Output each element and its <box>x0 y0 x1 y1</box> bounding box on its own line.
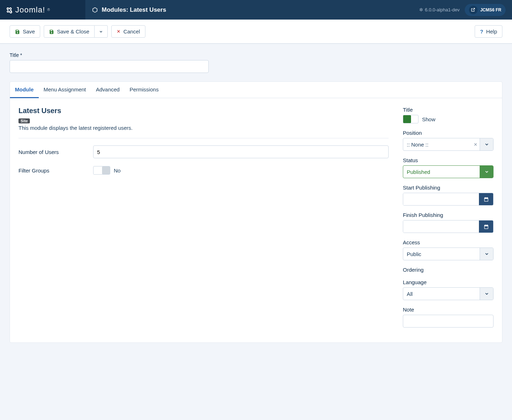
toolbar: Save Save & Close ✕ Cancel ? Help <box>0 20 512 44</box>
version-text: 6.0.0-alpha1-dev <box>425 7 460 12</box>
toggle-knob <box>403 115 411 123</box>
cancel-label: Cancel <box>123 28 140 34</box>
external-link-icon <box>469 6 478 14</box>
module-description: This module displays the latest register… <box>18 125 389 131</box>
position-label: Position <box>403 130 494 136</box>
joomla-small-icon: ✲ <box>419 7 423 12</box>
field-show-title: Title Show <box>403 107 494 123</box>
field-status: Status Published <box>403 157 494 178</box>
tabs-container: Module Menu Assignment Advanced Permissi… <box>10 81 502 343</box>
calendar-icon[interactable] <box>479 193 493 205</box>
field-number-users: Number of Users <box>18 145 389 158</box>
save-icon <box>49 29 54 34</box>
filter-groups-label: Filter Groups <box>18 168 93 174</box>
num-users-label: Number of Users <box>18 149 93 155</box>
tab-module[interactable]: Module <box>10 82 39 98</box>
separator <box>18 138 389 138</box>
main-column: Latest Users Site This module displays t… <box>18 107 389 334</box>
show-title-label: Title <box>403 107 494 113</box>
header: Joomla!® Modules: Latest Users ✲ 6.0.0-a… <box>0 0 512 20</box>
note-label: Note <box>403 307 494 313</box>
filter-groups-state: No <box>114 168 121 174</box>
note-input[interactable] <box>403 315 494 328</box>
save-close-label: Save & Close <box>57 28 89 34</box>
start-pub-input[interactable] <box>403 193 479 205</box>
save-close-group: Save & Close <box>44 25 108 38</box>
side-column: Title Show Position :: None :: ✕ <box>403 107 494 334</box>
chevron-down-icon[interactable] <box>480 138 493 150</box>
chevron-down-icon[interactable] <box>480 166 493 178</box>
field-ordering: Ordering <box>403 267 494 273</box>
user-menu[interactable]: JCMS6 FR <box>465 4 506 16</box>
section-title: Latest Users <box>18 107 389 115</box>
tabs-nav: Module Menu Assignment Advanced Permissi… <box>10 82 502 98</box>
brand-area: Joomla!® <box>0 0 85 20</box>
clear-icon[interactable]: ✕ <box>471 138 480 150</box>
language-value: All <box>403 288 480 300</box>
title-label: Title * <box>10 52 502 58</box>
tab-advanced[interactable]: Advanced <box>91 82 125 98</box>
field-filter-groups: Filter Groups No <box>18 166 389 175</box>
language-label: Language <box>403 279 494 285</box>
chevron-down-icon <box>99 30 103 34</box>
cancel-button[interactable]: ✕ Cancel <box>111 25 145 38</box>
num-users-input[interactable] <box>93 145 389 158</box>
user-name: JCMS6 FR <box>480 7 501 12</box>
tab-permissions[interactable]: Permissions <box>124 82 164 98</box>
save-label: Save <box>23 28 35 34</box>
tab-menu-assignment[interactable]: Menu Assignment <box>39 82 91 98</box>
filter-groups-toggle[interactable] <box>93 166 110 175</box>
brand-text: Joomla! <box>15 5 45 15</box>
cube-icon <box>92 7 98 13</box>
ordering-label: Ordering <box>403 267 494 273</box>
finish-pub-label: Finish Publishing <box>403 212 494 218</box>
access-value: Public <box>403 248 480 260</box>
save-icon <box>15 29 20 34</box>
language-select[interactable]: All <box>403 287 494 300</box>
version-info[interactable]: ✲ 6.0.0-alpha1-dev <box>419 7 460 12</box>
help-label: Help <box>486 28 497 34</box>
start-pub-label: Start Publishing <box>403 185 494 191</box>
chevron-down-icon[interactable] <box>480 288 493 300</box>
page-title: Modules: Latest Users <box>85 6 166 14</box>
save-close-button[interactable]: Save & Close <box>44 25 95 38</box>
toggle-knob <box>102 166 110 174</box>
help-button[interactable]: ? Help <box>475 25 502 38</box>
position-select[interactable]: :: None :: ✕ <box>403 138 494 151</box>
show-title-state: Show <box>422 116 436 122</box>
header-right: ✲ 6.0.0-alpha1-dev JCMS6 FR <box>419 4 512 16</box>
save-close-dropdown[interactable] <box>95 25 108 38</box>
field-start-publishing: Start Publishing <box>403 185 494 206</box>
title-input[interactable] <box>10 60 209 73</box>
tabs-content: Latest Users Site This module displays t… <box>10 98 502 342</box>
access-select[interactable]: Public <box>403 248 494 260</box>
position-value: :: None :: <box>403 138 471 150</box>
joomla-icon <box>5 6 13 14</box>
status-select[interactable]: Published <box>403 165 494 178</box>
page-body: Title * Module Menu Assignment Advanced … <box>0 44 512 351</box>
field-note: Note <box>403 307 494 328</box>
field-access: Access Public <box>403 239 494 260</box>
save-button[interactable]: Save <box>10 25 40 38</box>
field-position: Position :: None :: ✕ <box>403 130 494 151</box>
finish-pub-input[interactable] <box>403 220 479 233</box>
logo[interactable]: Joomla!® <box>5 5 50 15</box>
site-badge: Site <box>18 118 30 123</box>
help-icon: ? <box>480 28 483 34</box>
chevron-down-icon[interactable] <box>480 248 493 260</box>
field-finish-publishing: Finish Publishing <box>403 212 494 233</box>
close-icon: ✕ <box>117 29 121 34</box>
show-title-toggle[interactable] <box>403 115 418 123</box>
page-title-text: Modules: Latest Users <box>102 6 166 14</box>
status-label: Status <box>403 157 494 163</box>
calendar-icon[interactable] <box>479 220 493 233</box>
field-language: Language All <box>403 279 494 300</box>
access-label: Access <box>403 239 494 245</box>
status-value: Published <box>403 166 480 178</box>
